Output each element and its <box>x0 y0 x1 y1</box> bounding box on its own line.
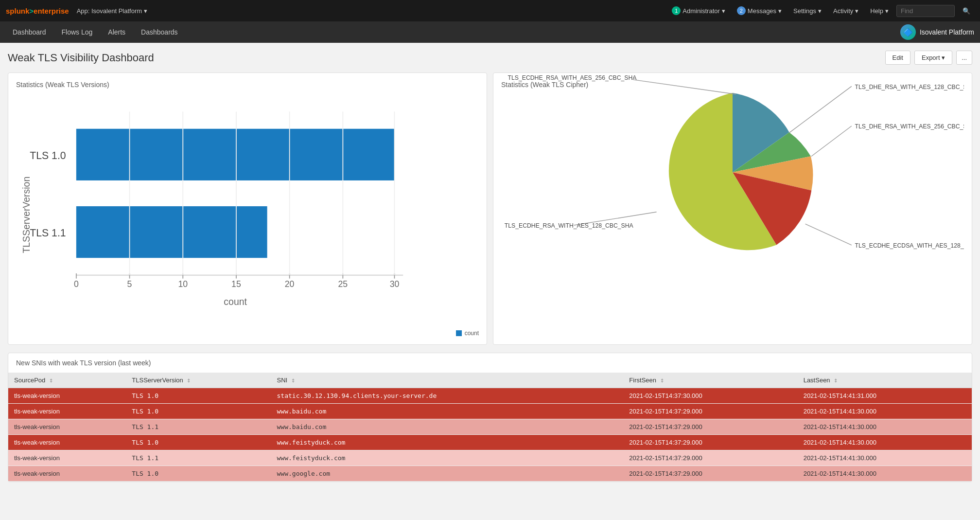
sort-icon-first: ⇕ <box>660 378 664 383</box>
svg-line-28 <box>805 224 852 245</box>
cell-tls-version: TLS 1.1 <box>126 450 271 466</box>
bar-chart-panel: Statistics (Weak TLS Versions) TLSServer… <box>8 72 487 345</box>
cell-tls-version: TLS 1.0 <box>126 435 271 450</box>
svg-text:10: 10 <box>178 279 188 289</box>
svg-text:count: count <box>224 296 247 307</box>
table-row: tls-weak-version TLS 1.0 www.feistyduck.… <box>8 435 972 450</box>
page-title: Weak TLS Visibility Dashboard <box>8 52 154 64</box>
admin-badge: 1 <box>672 6 681 15</box>
cell-last-seen: 2021-02-15T14:41:30.000 <box>798 404 972 419</box>
settings-btn[interactable]: Settings ▾ <box>789 5 825 17</box>
pie-label-2: TLS_DHE_RSA_WITH_AES_128_CBC_SHA <box>855 84 964 90</box>
secondary-nav: Dashboard Flows Log Alerts Dashboards 🔷 … <box>0 21 980 43</box>
activity-label: Activity <box>833 7 853 15</box>
svg-line-27 <box>811 126 852 157</box>
cell-first-seen: 2021-02-15T14:37:29.000 <box>623 450 797 466</box>
table-row: tls-weak-version TLS 1.1 www.feistyduck.… <box>8 450 972 466</box>
sort-icon-sni: ⇕ <box>291 378 295 383</box>
messages-badge: 2 <box>737 6 746 15</box>
cell-last-seen: 2021-02-15T14:41:30.000 <box>798 419 972 435</box>
col-source-pod[interactable]: SourcePod ⇕ <box>8 373 126 388</box>
cell-last-seen: 2021-02-15T14:41:30.000 <box>798 435 972 450</box>
sec-nav-right: 🔷 Isovalent Platform <box>900 24 974 40</box>
app-logo-label: Isovalent Platform <box>920 28 974 36</box>
col-sni[interactable]: SNI ⇕ <box>271 373 624 388</box>
search-button[interactable]: 🔍 <box>959 5 974 17</box>
charts-row: Statistics (Weak TLS Versions) TLSServer… <box>8 72 972 345</box>
svg-text:TLS 1.0: TLS 1.0 <box>30 150 66 161</box>
cell-last-seen: 2021-02-15T14:41:31.000 <box>798 388 972 404</box>
sort-icon-source: ⇕ <box>49 378 53 383</box>
pie-label-1: TLS_ECDHE_RSA_WITH_AES_256_CBC_SHA <box>508 74 637 81</box>
admin-chevron: ▾ <box>722 7 725 15</box>
svg-text:15: 15 <box>231 279 241 289</box>
nav-dashboard[interactable]: Dashboard <box>6 24 53 40</box>
top-nav: splunk>enterprise App: Isovalent Platfor… <box>0 0 980 21</box>
sort-icon-tls: ⇕ <box>187 378 191 383</box>
svg-text:25: 25 <box>338 279 348 289</box>
legend-box-count <box>456 330 462 336</box>
cell-tls-version: TLS 1.1 <box>126 419 271 435</box>
table-header: SourcePod ⇕ TLSServerVersion ⇕ SNI ⇕ Fir… <box>8 373 972 388</box>
messages-chevron: ▾ <box>778 7 782 15</box>
admin-btn[interactable]: 1 Administrator ▾ <box>668 4 729 17</box>
cell-tls-version: TLS 1.0 <box>126 388 271 404</box>
sort-icon-last: ⇕ <box>834 378 838 383</box>
cell-source-pod: tls-weak-version <box>8 435 126 450</box>
cell-sni: www.baidu.com <box>271 404 624 419</box>
messages-label: Messages <box>748 7 776 15</box>
table-row: tls-weak-version TLS 1.0 www.baidu.com 2… <box>8 404 972 419</box>
main-content: Weak TLS Visibility Dashboard Edit Expor… <box>0 43 980 490</box>
cell-sni: static.30.12.130.94.clients.your-server.… <box>271 388 624 404</box>
bar-chart-area: TLSServerVersion TLS 1.0 TLS 1.1 0 5 <box>16 94 446 337</box>
bar-chart-legend: count <box>452 330 479 337</box>
col-first-seen[interactable]: FirstSeen ⇕ <box>623 373 797 388</box>
header-row: SourcePod ⇕ TLSServerVersion ⇕ SNI ⇕ Fir… <box>8 373 972 388</box>
cell-first-seen: 2021-02-15T14:37:29.000 <box>623 435 797 450</box>
bar-tls10 <box>76 129 395 180</box>
splunk-logo-text: > <box>29 7 34 15</box>
cell-first-seen: 2021-02-15T14:37:30.000 <box>623 388 797 404</box>
svg-text:TLS 1.1: TLS 1.1 <box>30 227 66 238</box>
pie-chart-area: TLS_ECDHE_RSA_WITH_AES_256_CBC_SHA TLS_D… <box>501 94 964 250</box>
table-section-title: New SNIs with weak TLS version (last wee… <box>8 353 972 373</box>
cell-sni: www.baidu.com <box>271 419 624 435</box>
cell-first-seen: 2021-02-15T14:37:29.000 <box>623 466 797 482</box>
bar-tls11 <box>76 206 267 258</box>
nav-dashboards[interactable]: Dashboards <box>134 24 185 40</box>
cell-source-pod: tls-weak-version <box>8 419 126 435</box>
svg-text:TLSServerVersion: TLSServerVersion <box>21 177 32 253</box>
search-input[interactable] <box>896 5 955 17</box>
table-row: tls-weak-version TLS 1.0 www.google.com … <box>8 466 972 482</box>
bar-chart-title: Statistics (Weak TLS Versions) <box>16 81 479 89</box>
data-table: SourcePod ⇕ TLSServerVersion ⇕ SNI ⇕ Fir… <box>8 373 972 482</box>
messages-btn[interactable]: 2 Messages ▾ <box>733 4 786 17</box>
table-row: tls-weak-version TLS 1.0 static.30.12.13… <box>8 388 972 404</box>
app-logo-circle: 🔷 <box>900 24 916 40</box>
cell-first-seen: 2021-02-15T14:37:29.000 <box>623 419 797 435</box>
app-name[interactable]: App: Isovalent Platform <box>77 7 147 15</box>
svg-line-25 <box>633 80 736 94</box>
svg-text:30: 30 <box>390 279 400 289</box>
cell-tls-version: TLS 1.0 <box>126 404 271 419</box>
pie-chart-svg: TLS_ECDHE_RSA_WITH_AES_256_CBC_SHA TLS_D… <box>501 60 964 285</box>
settings-label: Settings <box>793 7 816 15</box>
cell-source-pod: tls-weak-version <box>8 466 126 482</box>
activity-btn[interactable]: Activity ▾ <box>829 5 862 17</box>
nav-flows-log[interactable]: Flows Log <box>55 24 100 40</box>
cell-sni: www.feistyduck.com <box>271 435 624 450</box>
cell-sni: www.google.com <box>271 466 624 482</box>
col-last-seen[interactable]: LastSeen ⇕ <box>798 373 972 388</box>
col-tls-version[interactable]: TLSServerVersion ⇕ <box>126 373 271 388</box>
cell-source-pod: tls-weak-version <box>8 450 126 466</box>
cell-first-seen: 2021-02-15T14:37:29.000 <box>623 404 797 419</box>
help-btn[interactable]: Help ▾ <box>866 5 892 17</box>
pie-label-4: TLS_ECDHE_ECDSA_WITH_AES_128_CBC_SHA <box>855 242 964 249</box>
svg-text:0: 0 <box>74 279 79 289</box>
settings-chevron: ▾ <box>818 7 822 15</box>
legend-label-count: count <box>465 330 479 337</box>
bar-chart-container: TLSServerVersion TLS 1.0 TLS 1.1 0 5 <box>16 94 479 337</box>
nav-alerts[interactable]: Alerts <box>101 24 132 40</box>
table-body: tls-weak-version TLS 1.0 static.30.12.13… <box>8 388 972 482</box>
cell-tls-version: TLS 1.0 <box>126 466 271 482</box>
